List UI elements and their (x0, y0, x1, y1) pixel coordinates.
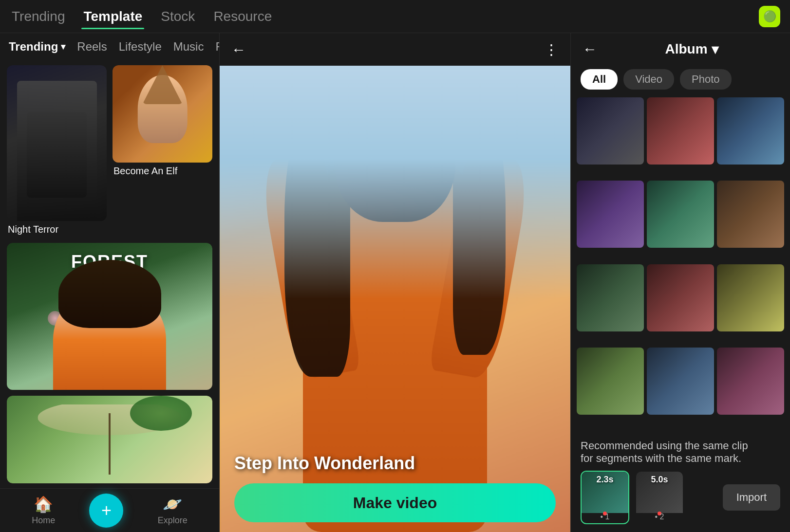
preview-area: Step Into Wonderland (220, 66, 570, 532)
stock-tab[interactable]: Stock (159, 5, 197, 28)
clip-1-duration: 2.3s (596, 475, 613, 485)
become-elf-label: Become An Elf (113, 163, 212, 180)
resource-tab[interactable]: Resource (211, 5, 274, 28)
night-terror-image (7, 65, 107, 221)
album-item-9[interactable] (717, 264, 784, 331)
clip-2[interactable]: 5.0s • 2 (635, 471, 684, 524)
night-terror-template[interactable]: Night Terror (7, 65, 107, 238)
clip-2-duration: 5.0s (651, 475, 668, 485)
more-options-button[interactable]: ⋮ (544, 41, 559, 58)
filter-photo-button[interactable]: Photo (680, 69, 732, 90)
album-item-5[interactable] (647, 181, 714, 248)
lifestyle-filter[interactable]: Lifestyle (119, 40, 162, 54)
reels-filter[interactable]: Reels (77, 40, 107, 54)
preview-title: Step Into Wonderland (234, 453, 415, 474)
app-logo: 🟢 (759, 6, 780, 27)
album-item-10[interactable] (577, 348, 644, 415)
right-panel: ← Album ▾ All Video Photo Rec (571, 33, 790, 532)
album-item-12[interactable] (717, 348, 784, 415)
clip-strip: 2.3s • 1 5.0s • 2 Import (581, 471, 780, 524)
clip-1[interactable]: 2.3s • 1 (581, 471, 629, 524)
festival-filter[interactable]: Festival (215, 40, 219, 54)
home-icon: 🏠 (34, 495, 53, 514)
template-grid: Night Terror Become An Elf FOREST (0, 60, 219, 488)
album-item-3[interactable] (717, 97, 784, 165)
explore-icon: 🪐 (163, 495, 182, 514)
explore-label: Explore (158, 515, 188, 526)
preview-image: Step Into Wonderland (220, 66, 570, 532)
clip-2-number: • 2 (655, 513, 664, 521)
night-terror-label: Night Terror (7, 221, 107, 238)
home-nav-item[interactable]: 🏠 Home (32, 495, 55, 526)
cafe-image (7, 396, 212, 483)
forest-image: FOREST serenity (7, 243, 212, 390)
back-button[interactable]: ← (231, 41, 246, 58)
filter-all-button[interactable]: All (581, 69, 618, 90)
main-area: Trending Reels Lifestyle Music Festival … (0, 33, 790, 532)
left-panel: Trending Reels Lifestyle Music Festival … (0, 33, 219, 532)
become-elf-template[interactable]: Become An Elf (113, 65, 212, 180)
elf-image (113, 65, 212, 163)
music-filter[interactable]: Music (173, 40, 204, 54)
album-title: Album ▾ (605, 41, 778, 57)
album-item-11[interactable] (647, 348, 714, 415)
album-dropdown-icon[interactable]: ▾ (712, 41, 718, 57)
import-button[interactable]: Import (723, 484, 780, 511)
album-item-6[interactable] (717, 181, 784, 248)
bottom-navigation: 🏠 Home + 🪐 Explore (0, 488, 219, 532)
top-navigation: Trending Template Stock Resource 🟢 (0, 0, 790, 33)
album-item-8[interactable] (647, 264, 714, 331)
trending-tab[interactable]: Trending (10, 5, 67, 28)
album-back-button[interactable]: ← (583, 41, 597, 57)
clip-1-number: • 1 (601, 513, 610, 521)
home-label: Home (32, 515, 55, 526)
album-item-1[interactable] (577, 97, 644, 165)
album-item-2[interactable] (647, 97, 714, 165)
center-panel: ← ⋮ (219, 33, 571, 532)
sub-navigation: Trending Reels Lifestyle Music Festival … (0, 33, 219, 60)
trending-filter[interactable]: Trending (9, 40, 65, 54)
make-video-button[interactable]: Make video (234, 483, 556, 522)
album-grid (571, 93, 790, 432)
center-header: ← ⋮ (220, 33, 570, 66)
album-item-7[interactable] (577, 264, 644, 331)
filter-video-button[interactable]: Video (623, 69, 674, 90)
cafe-template[interactable] (7, 396, 212, 483)
step-wonderland-template[interactable]: FOREST serenity Step Into Wonderland (7, 243, 212, 390)
recommend-area: Recommended using the same clipfor segme… (571, 432, 790, 532)
album-item-4[interactable] (577, 181, 644, 248)
right-header: ← Album ▾ (571, 33, 790, 65)
album-filter-bar: All Video Photo (571, 65, 790, 93)
template-tab[interactable]: Template (81, 5, 144, 28)
recommend-text: Recommended using the same clipfor segme… (581, 440, 780, 465)
explore-nav-item[interactable]: 🪐 Explore (158, 495, 188, 526)
add-button[interactable]: + (89, 494, 123, 528)
